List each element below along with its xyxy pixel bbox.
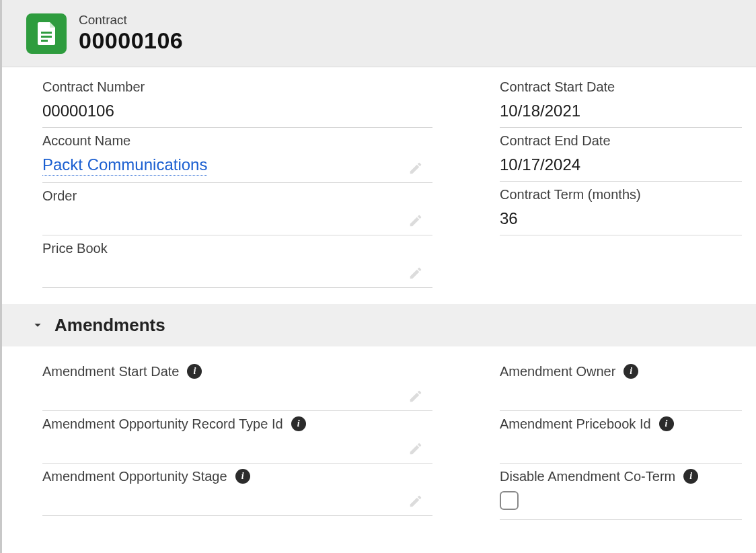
svg-rect-0 <box>41 32 52 34</box>
info-icon[interactable]: i <box>187 364 202 379</box>
pencil-icon[interactable] <box>408 161 423 176</box>
field-label: Contract End Date <box>500 133 742 149</box>
chevron-down-icon <box>30 318 45 332</box>
field-contract-number: Contract Number 00000106 <box>42 74 432 128</box>
field-label: Order <box>42 188 432 204</box>
field-amendment-opportunity-stage: Amendment Opportunity Stage i <box>42 464 432 516</box>
pencil-icon[interactable] <box>408 266 423 281</box>
field-amendment-start-date: Amendment Start Date i <box>42 359 432 411</box>
field-label: Amendment Owner i <box>500 364 742 379</box>
amendments-left-col: Amendment Start Date i Amendment Opportu… <box>42 359 432 520</box>
info-icon[interactable]: i <box>291 416 306 431</box>
field-label: Account Name <box>42 133 432 149</box>
field-label-text: Amendment Opportunity Record Type Id <box>42 416 283 432</box>
field-label-text: Amendment Owner <box>500 364 615 379</box>
field-amendment-pricebook-id: Amendment Pricebook Id i <box>500 411 742 464</box>
field-disable-amendment-co-term: Disable Amendment Co-Term i <box>500 464 742 520</box>
object-label: Contract <box>79 13 183 28</box>
field-account-name: Account Name Packt Communications <box>42 128 432 183</box>
details-right-col: Contract Start Date 10/18/2021 Contract … <box>500 74 742 288</box>
field-label: Contract Number <box>42 79 432 95</box>
pencil-icon[interactable] <box>408 494 423 509</box>
section-title: Amendments <box>54 315 165 336</box>
info-icon[interactable]: i <box>659 416 674 431</box>
info-icon[interactable]: i <box>623 364 638 379</box>
field-label: Amendment Start Date i <box>42 364 432 379</box>
amendments-columns: Amendment Start Date i Amendment Opportu… <box>2 359 756 520</box>
page-header: Contract 00000106 <box>2 0 756 67</box>
details-left-col: Contract Number 00000106 Account Name Pa… <box>42 74 432 288</box>
field-value: 00000106 <box>42 102 432 120</box>
account-name-link[interactable]: Packt Communications <box>42 155 207 176</box>
info-icon[interactable]: i <box>683 469 698 484</box>
section-amendments-header[interactable]: Amendments <box>2 304 756 346</box>
info-icon[interactable]: i <box>235 469 250 484</box>
header-text: Contract 00000106 <box>79 13 183 54</box>
field-label-text: Disable Amendment Co-Term <box>500 469 675 484</box>
pencil-icon[interactable] <box>408 441 423 456</box>
field-amendment-opportunity-record-type-id: Amendment Opportunity Record Type Id i <box>42 411 432 464</box>
field-label: Price Book <box>42 241 432 256</box>
field-value: 36 <box>500 209 742 228</box>
pencil-icon[interactable] <box>408 213 423 228</box>
field-order: Order <box>42 183 432 235</box>
field-label: Contract Start Date <box>500 79 742 95</box>
pencil-icon[interactable] <box>408 389 423 404</box>
field-contract-end-date: Contract End Date 10/17/2024 <box>500 128 742 182</box>
field-label-text: Amendment Start Date <box>42 364 179 379</box>
contract-document-icon <box>26 13 67 54</box>
field-label: Amendment Opportunity Stage i <box>42 469 432 484</box>
field-label-text: Amendment Pricebook Id <box>500 416 651 432</box>
disable-amendment-co-term-checkbox[interactable] <box>500 491 519 510</box>
details-columns: Contract Number 00000106 Account Name Pa… <box>2 74 756 288</box>
field-label-text: Amendment Opportunity Stage <box>42 469 227 484</box>
amendments-right-col: Amendment Owner i Amendment Pricebook Id… <box>500 359 742 520</box>
field-label: Amendment Opportunity Record Type Id i <box>42 416 432 432</box>
svg-rect-2 <box>41 40 48 42</box>
field-contract-term: Contract Term (months) 36 <box>500 182 742 235</box>
field-amendment-owner: Amendment Owner i <box>500 359 742 411</box>
field-value: 10/18/2021 <box>500 102 742 120</box>
svg-rect-1 <box>41 36 52 38</box>
field-label: Contract Term (months) <box>500 187 742 202</box>
field-label: Amendment Pricebook Id i <box>500 416 742 432</box>
field-price-book: Price Book <box>42 235 432 288</box>
field-label: Disable Amendment Co-Term i <box>500 469 742 484</box>
field-value: 10/17/2024 <box>500 155 742 174</box>
field-contract-start-date: Contract Start Date 10/18/2021 <box>500 74 742 128</box>
object-title: 00000106 <box>79 28 183 54</box>
